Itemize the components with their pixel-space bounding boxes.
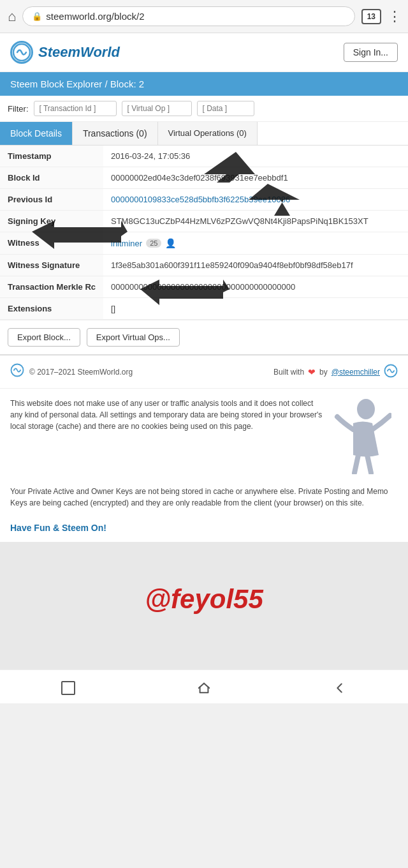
by-text: by [319, 368, 328, 377]
footer-left: © 2017–2021 SteemWorld.org [10, 363, 133, 380]
page-title-bar: Steem Block Explorer / Block: 2 [0, 72, 408, 96]
browser-tabs-button[interactable]: 13 [361, 9, 381, 24]
nav-home-button[interactable] [195, 679, 213, 697]
row-value-extensions: [] [103, 298, 408, 320]
row-value-previous-id: 0000000109833ce528d5bbfb3f6225b39ee10086 [103, 189, 408, 211]
tabs-bar: Block Details Transactions (0) Virtual O… [0, 122, 408, 146]
app-container: SteemWorld Sign In... Steem Block Explor… [0, 33, 408, 670]
fun-link[interactable]: Have Fun & Steem On! [0, 518, 408, 542]
table-row: Transaction Merkle Rc 000000000000000000… [0, 276, 408, 298]
row-label-witness-signature: Witness Signature [0, 255, 103, 276]
privacy-image [334, 398, 398, 477]
page-title: Steem Block Explorer / Block: 2 [10, 79, 144, 89]
watermark-section: @feyol55 [0, 542, 408, 670]
nav-home-icon [197, 681, 211, 695]
table-row: Signing Key STM8GC13uCZbP44HzMLV6zPZGwVQ… [0, 211, 408, 232]
witness-cell: initminer 25 👤 [111, 238, 400, 248]
svg-point-8 [357, 399, 375, 419]
footer-swirl-icon [10, 363, 24, 380]
person-icon: 👤 [165, 238, 176, 248]
export-virtual-ops-button[interactable]: Export Virtual Ops... [87, 328, 180, 347]
data-input[interactable] [197, 101, 254, 116]
row-value-timestamp: 2016-03-24, 17:05:36 [103, 146, 408, 167]
witness-link[interactable]: initminer [111, 239, 142, 248]
privacy-section: This website does not make use of any us… [0, 388, 408, 486]
browser-url-bar[interactable]: 🔒 steemworld.org/block/2 [22, 6, 354, 26]
browser-menu-button[interactable]: ⋮ [388, 8, 400, 25]
author-link[interactable]: @steemchiller [332, 368, 380, 377]
app-header: SteemWorld Sign In... [0, 33, 408, 72]
footer-copyright: © 2017–2021 SteemWorld.org [29, 368, 133, 377]
row-label-previous-id: Previous Id [0, 189, 103, 211]
row-label-witness: Witness [0, 232, 103, 255]
row-value-block-id: 00000002ed04e3c3def0238f693931ee7eebbdf1 [103, 167, 408, 189]
logo-text: SteemWorld [38, 44, 120, 61]
row-label-signing-key: Signing Key [0, 211, 103, 232]
browser-home-button[interactable]: ⌂ [8, 8, 16, 25]
footer-swirl-right [384, 364, 398, 380]
tab-transactions[interactable]: Transactions (0) [73, 122, 158, 145]
transaction-id-input[interactable] [34, 101, 117, 116]
nav-square-icon [61, 681, 75, 695]
row-label-extensions: Extensions [0, 298, 103, 320]
table-row: Witness Signature 1f3e85ab301a600f391f11… [0, 255, 408, 276]
nav-back-icon [333, 681, 347, 695]
privacy-section-2: Your Private Active and Owner Keys are n… [0, 486, 408, 518]
privacy-paragraph-2: Your Private Active and Owner Keys are n… [10, 486, 398, 509]
browser-url-text: steemworld.org/block/2 [46, 11, 144, 22]
virtual-op-input[interactable] [122, 101, 192, 116]
logo-icon [10, 41, 33, 64]
nav-square-button[interactable] [59, 679, 77, 697]
privacy-text-1: This website does not make use of any us… [10, 398, 324, 432]
tab-block-details[interactable]: Block Details [0, 122, 73, 145]
row-label-timestamp: Timestamp [0, 146, 103, 167]
privacy-paragraph-1: This website does not make use of any us… [10, 398, 324, 432]
row-value-signing-key: STM8GC13uCZbP44HzMLV6zPZGwVQ8Nt4Kji8Paps… [103, 211, 408, 232]
filter-label: Filter: [8, 104, 29, 114]
footer-bar: © 2017–2021 SteemWorld.org Built with ❤ … [0, 354, 408, 388]
block-details-section: Timestamp 2016-03-24, 17:05:36 Block Id … [0, 146, 408, 320]
table-row: Previous Id 0000000109833ce528d5bbfb3f62… [0, 189, 408, 211]
row-value-witness: initminer 25 👤 [103, 232, 408, 255]
row-value-witness-signature: 1f3e85ab301a600f391f11e859240f090a9404f8… [103, 255, 408, 276]
heart-icon: ❤ [308, 367, 316, 377]
witness-badge: 25 [146, 239, 161, 248]
watermark-text: @feyol55 [145, 584, 263, 615]
tab-virtual-operations[interactable]: Virtual Operations (0) [158, 122, 258, 145]
row-label-block-id: Block Id [0, 167, 103, 189]
person-silhouette-svg [334, 398, 391, 474]
table-row: Timestamp 2016-03-24, 17:05:36 [0, 146, 408, 167]
filter-bar: Filter: [0, 96, 408, 122]
previous-id-link[interactable]: 0000000109833ce528d5bbfb3f6225b39ee10086 [111, 195, 290, 204]
row-value-tx-merkle: 0000000000000000000000000000000000000000 [103, 276, 408, 298]
built-with-text: Built with [273, 368, 304, 377]
android-nav-bar [0, 670, 408, 703]
table-row: Block Id 00000002ed04e3c3def0238f693931e… [0, 167, 408, 189]
table-row: Extensions [] [0, 298, 408, 320]
lock-icon: 🔒 [32, 11, 42, 21]
browser-chrome: ⌂ 🔒 steemworld.org/block/2 13 ⋮ [0, 0, 408, 33]
footer-right: Built with ❤ by @steemchiller [273, 364, 398, 380]
row-label-tx-merkle: Transaction Merkle Rc [0, 276, 103, 298]
table-row: Witness initminer 25 👤 [0, 232, 408, 255]
nav-back-button[interactable] [331, 679, 349, 697]
export-bar: Export Block... Export Virtual Ops... [0, 320, 408, 354]
logo-area: SteemWorld [10, 41, 120, 64]
sign-in-button[interactable]: Sign In... [344, 43, 398, 62]
block-details-table: Timestamp 2016-03-24, 17:05:36 Block Id … [0, 146, 408, 320]
export-block-button[interactable]: Export Block... [8, 328, 80, 347]
